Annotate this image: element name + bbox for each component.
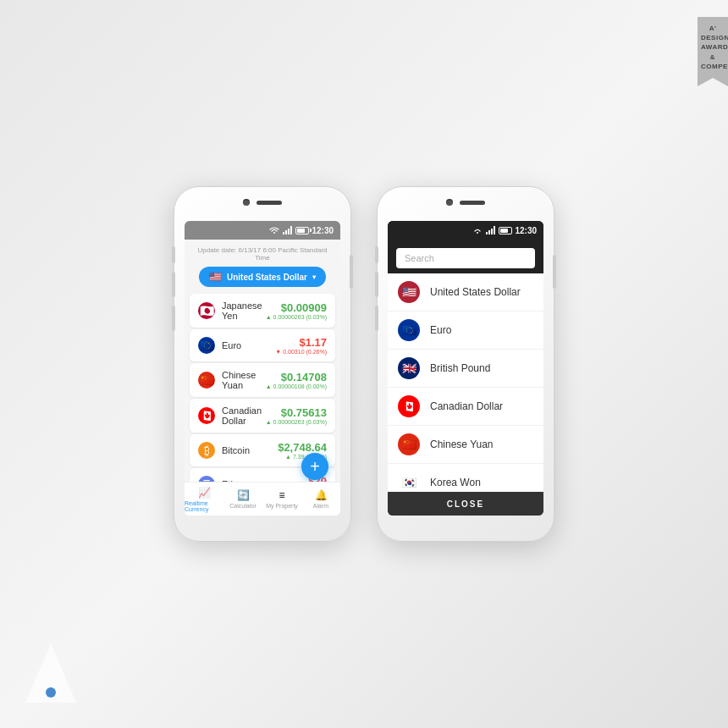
p2-battery-icon — [499, 227, 512, 234]
search-item-cny[interactable]: 🇨🇳Chinese Yuan — [388, 426, 543, 464]
selected-currency: United States Dollar — [227, 273, 307, 282]
search-name-krw: Korea Won — [430, 477, 481, 488]
currency-selector-button[interactable]: 🇺🇸 United States Dollar ▾ — [199, 267, 326, 287]
search-flag-krw: 🇰🇷 — [398, 472, 420, 492]
battery-icon — [295, 227, 309, 234]
selected-flag: 🇺🇸 — [209, 271, 222, 283]
phone-1-vol-btn-2 — [172, 272, 175, 297]
svg-rect-7 — [494, 226, 495, 234]
currency-item-cad[interactable]: 🇨🇦Canadian Dollar$0.75613▲ 0.00000263 (0… — [190, 399, 335, 433]
phone-2-power-btn — [553, 255, 556, 289]
close-bar[interactable]: CLOSE — [388, 492, 543, 516]
status-bar: 12:30 — [185, 221, 340, 240]
nav-item-alarm[interactable]: 🔔Alarm — [301, 483, 340, 516]
search-item-gbp[interactable]: 🇬🇧British Pound — [388, 350, 543, 388]
battery-tip — [310, 229, 312, 232]
p2-wifi-icon — [472, 226, 483, 234]
status-icons: 12:30 — [268, 226, 334, 235]
flag-btc: ₿ — [198, 442, 215, 459]
currency-change-eur: ▼ 0.00310 (0.26%) — [275, 349, 327, 355]
svg-rect-3 — [290, 226, 292, 234]
svg-point-9 — [46, 687, 56, 698]
svg-rect-6 — [491, 229, 493, 234]
svg-rect-0 — [283, 232, 284, 234]
nav-label-calculator: Calculator — [229, 503, 256, 509]
currency-value-block-cad: $0.75613▲ 0.00000263 (0.03%) — [266, 406, 327, 425]
search-name-usd: United States Dollar — [430, 286, 521, 298]
phone-1: 12:30 Update date: 6/13/17 6:00 Pacific … — [174, 186, 351, 542]
currency-value-cny: $0.14708 — [266, 371, 327, 383]
svg-rect-2 — [288, 229, 290, 234]
search-name-cad: Canadian Dollar — [430, 400, 503, 412]
nav-icon-calculator: 🔄 — [237, 489, 250, 501]
phones-container: 12:30 Update date: 6/13/17 6:00 Pacific … — [174, 186, 554, 542]
search-flag-cny: 🇨🇳 — [398, 433, 420, 455]
currency-value-block-eur: $1.17▼ 0.00310 (0.26%) — [275, 336, 327, 355]
phone-1-speaker — [256, 201, 282, 205]
currency-list-search: 🇺🇸United States Dollar🇪🇺Euro🇬🇧British Po… — [388, 273, 543, 492]
wifi-icon — [268, 226, 280, 234]
flag-cny: 🇨🇳 — [198, 372, 215, 389]
search-input[interactable]: Search — [396, 248, 535, 268]
p2-signal-icon — [486, 226, 496, 234]
p2-status-time: 12:30 — [515, 226, 537, 235]
nav-item-realtime[interactable]: 📈Realtime Currency — [185, 483, 223, 516]
search-item-usd[interactable]: 🇺🇸United States Dollar — [388, 273, 543, 312]
search-placeholder: Search — [405, 253, 434, 263]
nav-item-property[interactable]: ≡My Property — [262, 483, 301, 516]
currency-value-jpy: $0.00909 — [266, 301, 327, 314]
award-label: A' DESIGN AWARD & COMPETITION — [698, 17, 728, 78]
currency-item-jpy[interactable]: 🇯🇵Japanese Yen$0.00909▲ 0.00000263 (0.03… — [190, 294, 335, 328]
flag-eur: 🇪🇺 — [198, 337, 215, 354]
currency-value-btc: $2,748.64 — [278, 441, 327, 454]
currency-value-block-cny: $0.14708▲ 0.00000108 (0.00%) — [266, 371, 327, 389]
currency-item-eur[interactable]: 🇪🇺Euro$1.17▼ 0.00310 (0.26%) — [190, 329, 335, 361]
currency-name-eur: Euro — [222, 340, 275, 350]
search-item-krw[interactable]: 🇰🇷Korea Won — [388, 464, 543, 492]
update-date: Update date: 6/13/17 6:00 Pacific Standa… — [195, 246, 330, 262]
phone-1-screen: 12:30 Update date: 6/13/17 6:00 Pacific … — [185, 221, 340, 516]
status-time: 12:30 — [312, 226, 334, 235]
currency-change-cad: ▲ 0.00000263 (0.03%) — [266, 419, 327, 425]
search-item-eur[interactable]: 🇪🇺Euro — [388, 312, 543, 350]
phone-2-top — [446, 199, 485, 206]
phone-1-camera — [243, 199, 250, 206]
svg-rect-5 — [488, 230, 490, 234]
flag-jpy: 🇯🇵 — [198, 302, 215, 319]
nav-item-calculator[interactable]: 🔄Calculator — [223, 483, 262, 516]
dropdown-arrow-icon: ▾ — [312, 273, 316, 281]
search-item-cad[interactable]: 🇨🇦Canadian Dollar — [388, 388, 543, 426]
signal-icon — [283, 226, 293, 234]
nav-icon-alarm: 🔔 — [315, 489, 328, 501]
phone-2-screen: 12:30 Search 🇺🇸United States Dollar🇪🇺Eur… — [388, 221, 543, 516]
nav-label-realtime: Realtime Currency — [185, 500, 223, 512]
phone-1-top — [243, 199, 282, 206]
search-flag-usd: 🇺🇸 — [398, 281, 420, 303]
search-name-cny: Chinese Yuan — [430, 438, 494, 450]
nav-label-property: My Property — [266, 503, 298, 509]
currency-change-jpy: ▲ 0.00000263 (0.03%) — [266, 314, 327, 320]
phone-2-vol-btn-2 — [375, 272, 378, 297]
search-flag-gbp: 🇬🇧 — [398, 357, 420, 379]
phone-2-camera — [446, 199, 453, 206]
svg-rect-4 — [486, 232, 488, 234]
currency-name-cad: Canadian Dollar — [222, 405, 266, 426]
nav-label-alarm: Alarm — [313, 503, 328, 509]
phone2-status-bar: 12:30 — [388, 221, 543, 240]
add-currency-fab[interactable]: + — [301, 453, 328, 480]
currency-change-cny: ▲ 0.00000108 (0.00%) — [266, 383, 327, 389]
bottom-nav: 📈Realtime Currency🔄Calculator≡My Propert… — [185, 482, 340, 516]
logo-triangle — [25, 643, 76, 703]
currency-item-cny[interactable]: 🇨🇳Chinese Yuan$0.14708▲ 0.00000108 (0.00… — [190, 363, 335, 397]
phone-1-vol-btn-1 — [172, 246, 175, 263]
currency-name-btc: Bitcoin — [222, 445, 278, 455]
search-name-eur: Euro — [430, 324, 451, 336]
currency-name-cny: Chinese Yuan — [222, 370, 266, 390]
p2-battery-fill — [500, 229, 508, 233]
nav-icon-realtime: 📈 — [198, 487, 211, 499]
currency-value-cad: $0.75613 — [266, 406, 327, 419]
search-flag-cad: 🇨🇦 — [398, 395, 420, 417]
nav-icon-property: ≡ — [279, 489, 284, 501]
phone-2-vol-btn-1 — [375, 246, 378, 263]
search-header: Search — [388, 240, 543, 273]
